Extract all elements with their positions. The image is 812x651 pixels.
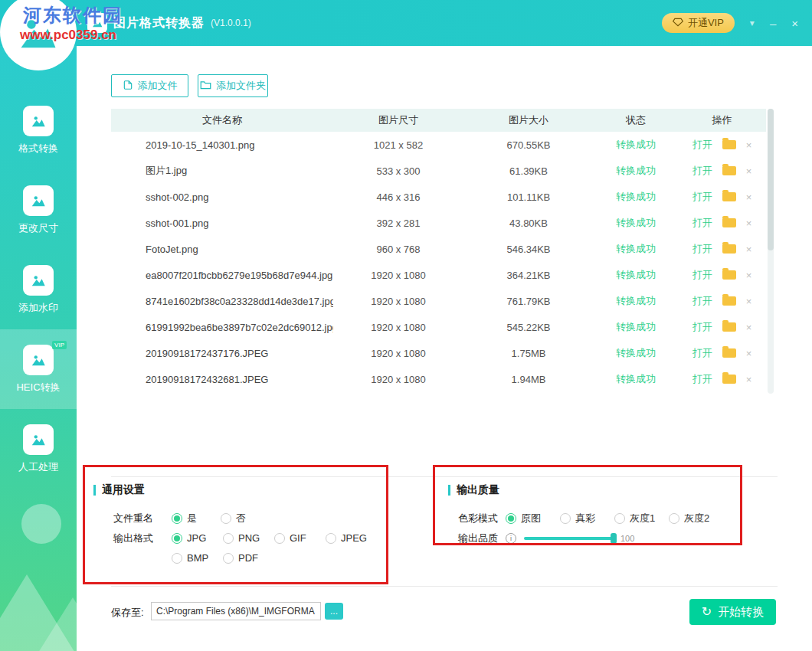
add-file-button[interactable]: 添加文件 [111,74,188,97]
folder-icon[interactable] [722,166,736,175]
sidebar-item-4[interactable]: VIPHEIC转换 [0,329,77,409]
file-size: 364.21KB [463,270,594,281]
remove-icon[interactable]: × [746,191,752,203]
remove-icon[interactable]: × [746,348,752,359]
status-text: 转换成功 [594,242,678,256]
remove-icon[interactable]: × [746,374,752,385]
decoration-circle [21,504,61,544]
radio-option[interactable]: 灰度2 [669,512,723,525]
column-header: 操作 [678,113,766,127]
sidebar-item-2[interactable]: 更改尺寸 [0,170,77,250]
sidebar-item-label: 人工处理 [18,460,58,474]
image-dimensions: 1021 x 582 [333,139,463,151]
folder-icon[interactable] [722,192,736,201]
close-icon[interactable]: × [791,18,798,29]
file-name: 20190918172437176.JPEG [111,348,333,359]
table-scrollbar[interactable] [768,109,774,394]
radio-option[interactable]: 原图 [506,512,560,525]
file-size: 1.75MB [463,348,594,359]
folder-icon[interactable] [722,375,736,384]
remove-icon[interactable]: × [746,165,752,177]
sidebar-items: 格式转换更改尺寸添加水印VIPHEIC转换人工处理 [0,46,77,489]
skin-menu-icon[interactable]: ▾ [750,18,755,28]
remove-icon[interactable]: × [746,139,752,151]
table-row: sshot-002.png446 x 316101.11KB转换成功打开× [111,184,766,210]
add-folder-button[interactable]: 添加文件夹 [198,74,268,97]
watermark-site-name: 河东软件园 [23,3,123,28]
open-link[interactable]: 打开 [692,138,712,152]
image-dimensions: 1920 x 1080 [333,348,463,359]
diamond-icon [673,18,683,29]
start-convert-button[interactable]: ↻ 开始转换 [689,599,776,625]
open-link[interactable]: 打开 [692,346,712,360]
remove-icon[interactable]: × [746,296,752,307]
file-name: 61991992bea6be3897b7c02e2dc69012.jpg [111,322,333,333]
row-actions: 打开× [678,216,766,230]
sidebar-item-label: 格式转换 [18,142,58,155]
radio-label: 灰度1 [630,512,655,525]
folder-icon[interactable] [722,270,736,280]
browse-button[interactable]: ... [325,603,343,620]
radio-icon [274,533,285,544]
folder-icon[interactable] [722,322,736,332]
add-file-icon [123,80,133,93]
remove-icon[interactable]: × [746,244,752,255]
file-size: 670.55KB [463,139,594,151]
remove-icon[interactable]: × [746,270,752,281]
folder-icon[interactable] [722,296,736,306]
vip-button[interactable]: 开通VIP [662,13,735,33]
open-link[interactable]: 打开 [692,372,712,386]
sidebar-item-label: 更改尺寸 [18,221,58,235]
radio-icon [614,513,625,524]
scrollbar-thumb[interactable] [768,109,774,250]
table-header-row: 文件名称图片尺寸图片大小状态操作 [111,109,766,132]
sidebar-item-5[interactable]: 人工处理 [0,409,77,489]
general-settings-title: 通用设置 [93,483,145,497]
column-header: 图片尺寸 [333,113,463,127]
radio-option[interactable]: GIF [274,532,326,545]
sidebar-item-1[interactable]: 格式转换 [0,90,77,170]
add-folder-icon [200,80,211,92]
radio-option[interactable]: 灰度1 [614,512,669,525]
minimize-icon[interactable]: – [770,18,776,29]
app-title: 图片格式转换器 [113,15,205,31]
format-label: 输出格式 [113,532,172,545]
file-size: 545.22KB [463,322,594,333]
radio-option[interactable]: 否 [221,512,270,525]
image-icon: VIP [23,345,54,375]
folder-icon[interactable] [722,218,736,227]
remove-icon[interactable]: × [746,322,752,333]
output-quality-title: 输出质量 [448,483,499,497]
open-link[interactable]: 打开 [692,320,712,334]
open-link[interactable]: 打开 [692,164,712,178]
footer-divider [111,586,778,587]
file-name: 8741e1602bf38c0a23328dd14de3de17.jpg [111,296,333,307]
image-dimensions: 392 x 281 [333,218,463,229]
radio-option[interactable]: PNG [223,532,274,545]
radio-option[interactable]: 是 [172,512,221,525]
sidebar-item-3[interactable]: 添加水印 [0,250,77,329]
open-link[interactable]: 打开 [692,242,712,256]
image-dimensions: 1920 x 1080 [333,322,463,333]
image-dimensions: 960 x 768 [333,244,463,255]
radio-option[interactable]: 真彩 [560,512,614,525]
folder-icon[interactable] [722,140,736,149]
open-link[interactable]: 打开 [692,216,712,230]
open-link[interactable]: 打开 [692,294,712,308]
remove-icon[interactable]: × [746,218,752,229]
folder-icon[interactable] [722,244,736,254]
file-size: 101.11KB [463,191,594,203]
quality-slider[interactable] [524,537,614,540]
radio-option[interactable]: JPEG [326,532,377,545]
save-path-input[interactable] [151,602,321,620]
radio-option[interactable]: JPG [172,532,223,545]
table-row: ea8007f201fbcbb6279e195b68d7e944.jpg1920… [111,262,766,288]
folder-icon[interactable] [722,348,736,358]
open-link[interactable]: 打开 [692,268,712,282]
radio-option[interactable]: PDF [223,551,274,565]
slider-handle[interactable] [611,533,617,544]
file-name: 20190918172432681.JPEG [111,374,333,385]
radio-option[interactable]: BMP [172,551,223,565]
open-link[interactable]: 打开 [692,190,712,204]
row-actions: 打开× [678,372,766,386]
